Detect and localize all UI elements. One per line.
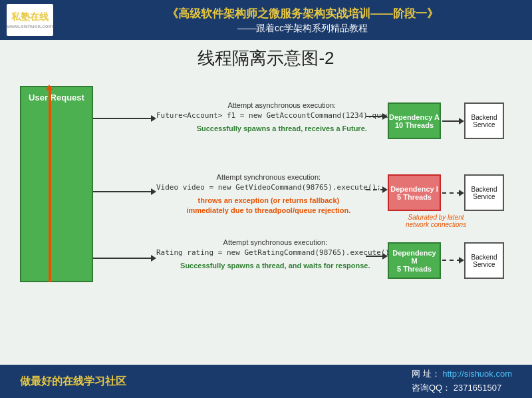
main-content: 线程隔离示意图-2 User Request Attempt asynchron… <box>0 40 532 365</box>
footer: 做最好的在线学习社区 网 址： http://sishuok.com 咨询QQ：… <box>0 365 532 398</box>
user-request-label: User Request <box>29 93 84 102</box>
header-text: 《高级软件架构师之微服务架构实战培训——阶段一》 ——跟着cc学架构系列精品教程 <box>80 6 525 35</box>
header-line2: ——跟着cc学架构系列精品教程 <box>80 23 525 35</box>
footer-tagline: 做最好的在线学习社区 <box>20 375 412 389</box>
dep-m-box: Dependency M 5 Threads <box>388 242 441 279</box>
dep-m-threads: 5 Threads <box>397 265 432 273</box>
row2-status: throws an exception (or returns fallback… <box>186 196 350 216</box>
orange-vline <box>49 86 51 282</box>
row2-code: Video video = new GetVideoCommand(98765)… <box>156 182 381 192</box>
dep-i-name: Dependency I <box>390 185 438 193</box>
row1-text: Attempt asynchronous execution: Future<A… <box>156 100 408 134</box>
row3-arrow-dep <box>366 256 384 257</box>
row3-attempt: Attempt synchronous execution: <box>223 238 328 248</box>
row3-code: Rating rating = new GetRatingCommand(987… <box>156 248 394 258</box>
backend-service-2: BackendService <box>464 174 504 211</box>
dep-a-name: Dependency A <box>389 113 440 121</box>
row1-status: Successfully spawns a thread, receives a… <box>197 124 367 134</box>
footer-contact: 网 址： http://sishuok.com 咨询QQ： 2371651507 <box>412 367 512 395</box>
footer-website: 网 址： http://sishuok.com <box>412 367 512 381</box>
footer-qq-value: 2371651507 <box>454 383 501 393</box>
dep-a-box: Dependency A 10 Threads <box>388 102 441 139</box>
row3-text: Attempt synchronous execution: Rating ra… <box>156 238 394 271</box>
saturated-text: Saturated by latentnetwork connections <box>406 214 466 228</box>
header: 私塾在线 www.sishuok.com 《高级软件架构师之微服务架构实战培训—… <box>0 0 532 40</box>
logo-area: 私塾在线 www.sishuok.com <box>7 4 80 36</box>
backend-label-2: BackendService <box>471 186 497 200</box>
footer-website-url[interactable]: http://sishuok.com <box>442 369 512 379</box>
row2-hline <box>93 191 153 192</box>
logo-box: 私塾在线 www.sishuok.com <box>7 4 53 36</box>
row2-arrow-dep <box>366 189 384 190</box>
row1-arrow-dep <box>366 116 384 117</box>
row1-hline <box>93 118 153 119</box>
dep-m-name: Dependency M <box>389 249 440 265</box>
row1-arrow-backend <box>442 120 461 122</box>
dep-i-box: Dependency I 5 Threads <box>388 174 441 211</box>
user-request-box: User Request <box>20 86 93 282</box>
row2-text: Attempt synchronous execution: Video vid… <box>156 172 381 216</box>
dep-i-threads: 5 Threads <box>397 193 432 201</box>
logo-cn: 私塾在线 <box>11 11 49 23</box>
backend-label-1: BackendService <box>471 114 497 128</box>
row2-arrow-backend <box>442 192 461 194</box>
header-line1: 《高级软件架构师之微服务架构实战培训——阶段一》 <box>80 6 525 21</box>
footer-website-label: 网 址： <box>412 369 440 379</box>
diagram: User Request Attempt asynchronous execut… <box>13 79 519 345</box>
footer-qq: 咨询QQ： 2371651507 <box>412 381 512 395</box>
row3-status: Successfully spawns a thread, and waits … <box>180 261 370 271</box>
page-title: 线程隔离示意图-2 <box>13 47 519 70</box>
row2-attempt: Attempt synchronous execution: <box>217 172 321 182</box>
logo-en: www.sishuok.com <box>7 23 53 29</box>
row1-attempt: Attempt asynchronous execution: <box>227 100 336 110</box>
row3-hline <box>93 258 153 259</box>
backend-label-3: BackendService <box>471 254 497 268</box>
footer-qq-label: 咨询QQ： <box>412 383 451 393</box>
row3-arrow-backend <box>442 260 461 261</box>
dep-a-threads: 10 Threads <box>395 121 434 129</box>
backend-service-3: BackendService <box>464 242 504 279</box>
orange-arrow-up <box>46 85 53 90</box>
backend-service-1: BackendService <box>464 102 504 139</box>
